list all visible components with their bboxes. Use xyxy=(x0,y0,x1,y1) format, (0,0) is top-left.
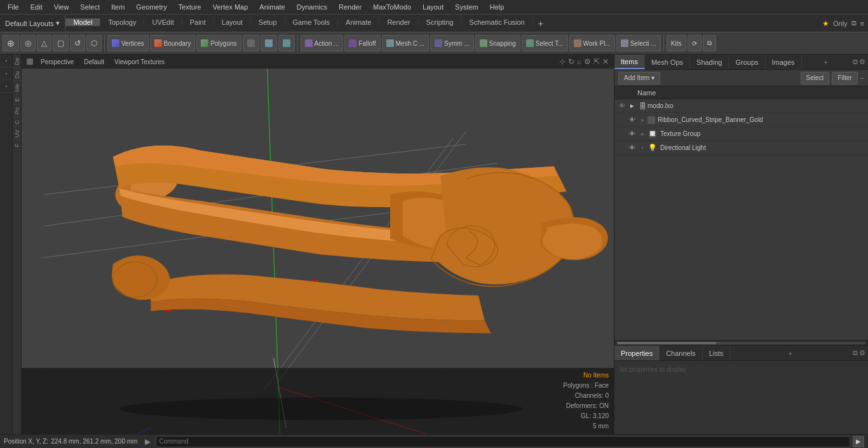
tool-de[interactable]: De xyxy=(13,55,21,68)
refresh-btn[interactable]: ⟳ xyxy=(688,35,702,51)
circle-btn[interactable]: ◎ xyxy=(20,35,36,51)
square-btn[interactable]: ▢ xyxy=(53,35,69,51)
layout-dropdown[interactable]: Default Layouts ▾ xyxy=(0,15,65,32)
tab-images[interactable]: Images xyxy=(766,55,802,69)
boundary-btn[interactable]: Boundary xyxy=(150,35,196,51)
viewport-icon-move[interactable]: ⊹ xyxy=(559,57,566,66)
props-settings-icon[interactable]: ⚙ xyxy=(859,349,865,357)
eye-icon[interactable]: 👁 xyxy=(627,143,637,153)
rotate-btn[interactable]: ↺ xyxy=(70,35,85,51)
panel-expand-icon[interactable]: ⧉ xyxy=(853,58,858,66)
vertices-btn[interactable]: Vertices xyxy=(107,35,149,51)
viewport-texture-label[interactable]: Viewport Textures xyxy=(112,58,167,65)
tab-properties[interactable]: Properties xyxy=(614,346,660,360)
menu-file[interactable]: File xyxy=(3,2,24,12)
tool-f[interactable]: F xyxy=(13,140,21,150)
snapping-btn[interactable]: Snapping xyxy=(475,35,520,51)
symm-btn[interactable]: Symm ... xyxy=(430,35,473,51)
tool-du[interactable]: Du xyxy=(13,68,21,81)
menu-view[interactable]: View xyxy=(49,2,74,12)
props-expand-icon[interactable]: ⧉ xyxy=(853,349,858,357)
view-btn1[interactable] xyxy=(261,35,277,51)
tool-me[interactable]: Me xyxy=(13,81,21,95)
add-props-tab-button[interactable]: + xyxy=(783,350,797,357)
viewport-perspective-label[interactable]: Perspective xyxy=(38,58,76,65)
menu-geometry[interactable]: Geometry xyxy=(131,2,172,12)
menu-animate[interactable]: Animate xyxy=(254,2,290,12)
list-item-ribbon[interactable]: 👁 ▸ Ribbon_Curved_Stripe_Banner_Gold xyxy=(614,113,868,127)
settings-icon[interactable]: ≡ xyxy=(860,20,864,27)
tab-render[interactable]: Render xyxy=(379,18,418,26)
maximize-icon[interactable]: ⧉ xyxy=(851,19,857,27)
tab-meshops[interactable]: Mesh Ops xyxy=(645,55,690,69)
viewport-icon-close[interactable]: ✕ xyxy=(602,57,609,66)
menu-vertexmap[interactable]: Vertex Map xyxy=(208,2,254,12)
viewport-dot[interactable] xyxy=(27,58,33,65)
command-input[interactable] xyxy=(156,436,850,447)
sidebar-btn-1[interactable]: • xyxy=(0,55,13,67)
sidebar-btn-2[interactable]: • xyxy=(0,67,13,80)
mesh-btn[interactable]: Mesh C ... xyxy=(382,35,430,51)
menu-render[interactable]: Render xyxy=(334,2,367,12)
hex-btn[interactable]: ⬡ xyxy=(86,35,102,51)
tab-items[interactable]: Items xyxy=(614,55,645,69)
add-tab-button[interactable]: + xyxy=(533,18,548,29)
tab-shading[interactable]: Shading xyxy=(690,55,729,69)
viewport[interactable]: Perspective Default Viewport Textures ⊹ … xyxy=(22,55,614,434)
selecti-btn[interactable]: Selecti ... xyxy=(616,35,661,51)
triangle-btn[interactable]: △ xyxy=(37,35,51,51)
add-items-tab-button[interactable]: + xyxy=(819,58,833,66)
viewport-icon-rotate[interactable]: ↻ xyxy=(568,57,574,66)
viewport-icon-expand[interactable]: ⇱ xyxy=(593,57,600,66)
menu-select[interactable]: Select xyxy=(75,2,105,12)
menu-layout[interactable]: Layout xyxy=(417,2,449,12)
tool-c[interactable]: C xyxy=(13,117,21,127)
panel-settings-icon[interactable]: ⚙ xyxy=(859,58,865,66)
eye-icon[interactable]: 👁 xyxy=(627,115,637,125)
menu-system[interactable]: System xyxy=(450,2,484,12)
tab-model[interactable]: Model xyxy=(65,18,100,26)
menu-maxtomodo[interactable]: MaxToModo xyxy=(368,2,416,12)
tab-uvedit[interactable]: UVEdit xyxy=(144,18,182,26)
command-execute-button[interactable]: ▶ xyxy=(853,436,864,447)
tool-uv[interactable]: UV xyxy=(13,126,21,140)
tab-layout[interactable]: Layout xyxy=(214,18,251,26)
select-shape-btn[interactable] xyxy=(243,35,259,51)
filter-button[interactable]: Filter xyxy=(832,72,857,85)
items-scrollbar[interactable] xyxy=(614,340,868,345)
tab-topology[interactable]: Topology xyxy=(100,18,144,26)
eye-icon[interactable]: 👁 xyxy=(627,129,637,139)
falloff-btn[interactable]: Falloff xyxy=(344,35,380,51)
tab-scripting[interactable]: Scripting xyxy=(419,18,462,26)
menu-texture[interactable]: Texture xyxy=(173,2,207,12)
eye-icon[interactable]: 👁 xyxy=(617,101,627,111)
selecttype-btn[interactable]: Select T... xyxy=(522,35,568,51)
origin-btn[interactable]: ⊕ xyxy=(3,35,19,51)
tab-schematicfusion[interactable]: Schematic Fusion xyxy=(461,18,532,26)
list-item-texture[interactable]: 👁 ▸ 🔲 Texture Group xyxy=(614,127,868,141)
polygons-btn[interactable]: Polygons xyxy=(196,35,241,51)
items-list[interactable]: 👁 ▸ 🗄 modo.lxo 👁 ▸ Ribbon_Curved_Stripe_… xyxy=(614,99,868,340)
tab-animate[interactable]: Animate xyxy=(338,18,379,26)
tab-setup[interactable]: Setup xyxy=(251,18,285,26)
select-button[interactable]: Select xyxy=(801,72,830,85)
list-item-light[interactable]: 👁 • 💡 Directional Light xyxy=(614,141,868,155)
tool-e[interactable]: E xyxy=(13,95,21,104)
tab-gametools[interactable]: Game Tools xyxy=(285,18,339,26)
add-item-button[interactable]: Add Item ▾ xyxy=(618,72,660,85)
viewport-icon-settings[interactable]: ⚙ xyxy=(584,57,591,66)
menu-item[interactable]: Item xyxy=(106,2,130,12)
tool-po[interactable]: Po xyxy=(13,104,21,117)
menu-dynamics[interactable]: Dynamics xyxy=(292,2,332,12)
layout-mode-btn[interactable]: ⧉ xyxy=(703,35,716,51)
action-btn[interactable]: Action ... xyxy=(301,35,344,51)
tab-lists[interactable]: Lists xyxy=(703,346,731,360)
kits-btn[interactable]: Kits xyxy=(667,35,686,51)
workplane-btn[interactable]: Work Pl... xyxy=(569,35,615,51)
tab-paint[interactable]: Paint xyxy=(182,18,214,26)
menu-help[interactable]: Help xyxy=(485,2,510,12)
menu-edit[interactable]: Edit xyxy=(25,2,48,12)
viewport-style-label[interactable]: Default xyxy=(81,58,107,65)
tab-groups[interactable]: Groups xyxy=(729,55,765,69)
view-btn2[interactable] xyxy=(278,35,295,51)
